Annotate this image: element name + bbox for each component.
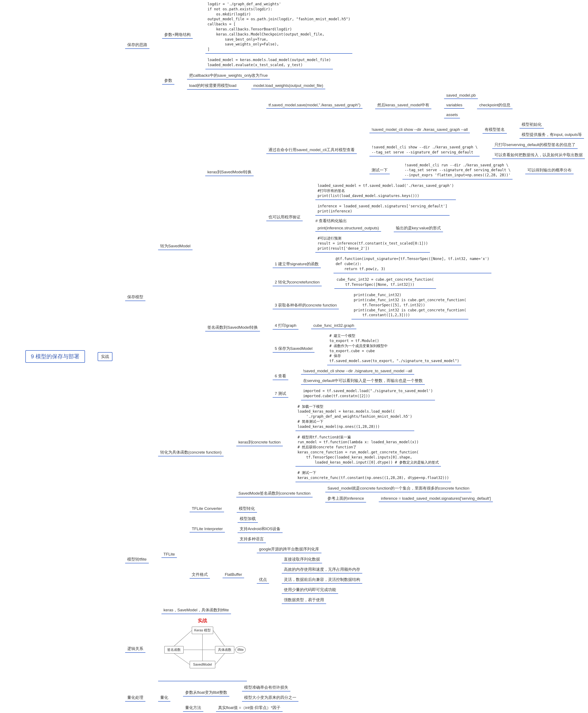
ktc-c2: # 模型用tf.function封装一遍 run_model = tf.func… (295, 434, 451, 467)
adv-2: 灵活，数据前后向兼容，灵活控制数据结构 (282, 576, 362, 584)
s3: 3 获取各种各样的concrete functionprint(cube_fun… (273, 291, 491, 319)
prog-c1: loaded_saved_model = tf.saved_model.load… (315, 182, 456, 200)
tflite-group[interactable]: TFLite TFLite Converter 模型转化 TFLite Inte… (162, 505, 362, 604)
to-concrete-node[interactable]: 转化为具体函数(concrete function) keras到concret… (158, 403, 585, 502)
k2s-prog-node[interactable]: 也可以用程序验证 loaded_saved_model = tf.saved_m… (266, 182, 585, 253)
svg-line-12 (213, 630, 225, 646)
param-struct-load: loaded_model = keras.models.load_model(o… (206, 56, 353, 69)
diagram-title-text: 实战 (198, 618, 207, 623)
svg-text:Keras 模型: Keras 模型 (194, 628, 211, 632)
ktc-c3: # 测试一下 keras_concrete_func(tf.constant(n… (295, 469, 451, 482)
k2s-variables-note: checkpoint的信息 (477, 102, 512, 109)
root-node[interactable]: 9 模型的保存与部署 (25, 350, 85, 363)
cli-sigio: 模型提供服务，有input, outputs等 (520, 131, 584, 139)
k2s-then: 然后keras_saved_model中有 saved_model.pb var… (375, 92, 512, 118)
relation-diagram: 实战 Keras 模型 签名函数 SavedModel 具体函数 (158, 616, 247, 681)
s6: 6 查看 !saved_model_cli show --dir ./signa… (273, 368, 491, 385)
fb-adv: 优点 直接读取序列化数据 高效的内存使用和速度，无序占用额外内存 灵活，数据前后… (257, 556, 362, 604)
cli-showall: !saved_model_cli show --dir ./keras_save… (370, 121, 585, 139)
adv-0: 直接读取序列化数据 (282, 556, 362, 563)
prog-c2: inference = loaded_saved_model.signature… (315, 203, 456, 216)
quant-a-i: 模型准确率会有些许损失 (242, 684, 298, 691)
interp-b: 支持Android和IOS设备 (237, 525, 282, 533)
mindmap-canvas: 9 模型的保存与部署 实战 文件格式 checkpoint和graphdef(t… (0, 0, 588, 713)
s1-code: @tf.function(input_signature=[tf.TensorS… (334, 255, 491, 273)
s5: 5 保存为SavedModel# 建立一个模型 to_export = tf.M… (273, 332, 491, 365)
stc-c: inference = loaded_saved_model.signature… (379, 495, 493, 502)
sig-to-saved-node[interactable]: 签名函数到SavedModel转换 1 建立带signature的函数@tf.f… (205, 255, 585, 400)
tflite-converter: TFLite Converter 模型转化 (190, 505, 362, 512)
k2s-variables: variables checkpoint的信息 (444, 102, 512, 109)
flatbuffer: FlatBuffer google开源的跨平台数据序列化库 优点 直接 (223, 546, 362, 604)
s5-code: # 建立一个模型 to_export = tf.Module() # 函数作为一… (327, 332, 461, 365)
k2s-cli-node[interactable]: 通过在命令行用saved_model_cli工具对模型查看 !saved_mod… (266, 121, 585, 180)
practice-label: 实战 (98, 352, 112, 361)
adv-1: 高效的内存使用和速度，无序占用额外内存 (282, 566, 362, 573)
s1: 1 建立带signature的函数@tf.function(input_sign… (273, 255, 491, 273)
mindmap-root-row: 9 模型的保存与部署 实战 文件格式 checkpoint和graphdef(t… (0, 0, 588, 713)
interp-a: 模型加载 (237, 515, 282, 523)
cli-test: 测试一下 !saved_model_cli run --dir ./keras_… (370, 162, 585, 180)
s3-code: print(cube_func_int32) print(cube_func_i… (352, 291, 468, 319)
tflite-converter-note: 模型转化 (237, 505, 257, 512)
interp-c: 支持多种语言 (237, 536, 282, 543)
practice-node[interactable]: 实战 文件格式 checkpoint和graphdef(tf.1.0) kera… (98, 0, 585, 713)
adv-3: 使用少量的代码即可完成功能 (282, 586, 362, 594)
tflite-last: keras，SaveModel，具体函数到tflite (162, 606, 362, 614)
tflite-format: 文件格式 FlatBuffer google开源的跨平台数据序列化库 (190, 546, 362, 604)
k2s-assets: assets (444, 112, 512, 118)
quant-a-ii: 模型大小变为原来的四分之一 (242, 694, 298, 701)
adv-4: 强数据类型，易于使用 (282, 596, 362, 604)
keras-to-concrete[interactable]: keras到concrete fuction # 加载一下模型 loaded_k… (236, 403, 493, 482)
cli-showall-note: 有模型签名 模型初始化 模型提供服务，有input, outputs等 (483, 121, 584, 139)
stc-a: Saved_model就是concrete function的一个集合，里面有很… (325, 485, 493, 492)
stc-b: 参考上面的inference inference = loaded_saved_… (325, 495, 493, 502)
params-only-b: load的时候需要用模型load model.load_weights(outp… (187, 82, 325, 90)
save-strategy-label: 保存的思路 (125, 41, 149, 49)
s2: 2 转化为concretefunctioncube_func_int32 = c… (273, 276, 491, 289)
params-only-a: 把callbacks中的save_weights_only改为True (187, 72, 325, 80)
logic-node[interactable]: 逻辑关系 实战 Keras 模型 签名函数 (125, 616, 585, 681)
s6b: 在serving_default中可以看到输入是一个整数，而输出也是一个整数 (301, 377, 425, 385)
to-savedmodel-node[interactable]: 转为SavedModel keras到SavedModel转换 tf.saved… (158, 92, 585, 400)
save-model-node[interactable]: 保存模型 转为SavedModel keras到SavedModel转换 (125, 92, 585, 502)
svg-line-11 (174, 630, 192, 646)
s7: 7 测试imported = tf.saved_model.load("./si… (273, 387, 491, 400)
cli-siginit: 模型初始化 (520, 121, 584, 128)
quant-sub[interactable]: 量化 参数从float变为8bit整数 模型准确率会有些许损失 模型大小变为原来… (158, 684, 299, 712)
svg-line-14 (174, 653, 190, 665)
k2s-savecall: tf.saved_model.save(model,"./keras_saved… (266, 92, 585, 118)
cli-showone-note1: 只打印serverving_default的模型签名的信息了 (492, 141, 585, 149)
cli-test-note: 可以得到输出的概率分布 (525, 167, 574, 174)
svg-line-15 (215, 653, 225, 665)
params-only-c: model.load_weights(output_model_file) (251, 82, 326, 89)
prog-c3: # 查看结构化输出 print(inference.structured_out… (315, 218, 456, 232)
fb-note: google开源的跨平台数据序列化库 (257, 546, 362, 553)
param-struct-code: logdir = './graph_def_and_weights' if no… (206, 0, 353, 54)
savedsig-to-concrete[interactable]: SavedMode签名函数到concrete function Saved_mo… (236, 485, 493, 502)
s7-code: imported = tf.saved_model.load("./signat… (301, 387, 435, 400)
prog-c3-note: 输出的是key:value的形式 (394, 225, 443, 232)
cli-test-cmd: !saved_model_cli run --dir ./keras_saved… (402, 162, 574, 180)
quant-node[interactable]: 量化处理 量化 参数从float变为8bit整数 模型准确率会有些许损失 (125, 684, 585, 712)
keras-to-saved-node[interactable]: keras到SavedModel转换 tf.saved_model.save(m… (205, 92, 585, 253)
save-strategy-node[interactable]: 保存的思路 参数+网络结构 logdir = './graph_def_and_… (125, 0, 585, 90)
svg-text:SavedModel: SavedModel (193, 663, 212, 666)
cli-showone: !saved_model_cli show --dir ./keras_save… (370, 141, 585, 159)
param-struct-node[interactable]: 参数+网络结构 logdir = './graph_def_and_weight… (162, 0, 353, 69)
svg-text:tflite: tflite (237, 648, 244, 651)
s4-code: cube_func_int32.graph (311, 322, 356, 329)
s4: 4 打印graphcube_func_int32.graph (273, 322, 491, 330)
params-only-node[interactable]: 参数 把callbacks中的save_weights_only改为True l… (162, 72, 353, 90)
s6a: !saved_model_cli show --dir ./signature_… (301, 368, 425, 375)
quant-a: 参数从float变为8bit整数 模型准确率会有些许损失 模型大小变为原来的四分… (183, 684, 299, 701)
root-label: 9 模型的保存与部署 (25, 350, 85, 363)
ktc-c1: # 加载一下模型 loaded_keras_model = keras.mode… (295, 403, 451, 431)
tflite-interpreter: TFLite Interpreter 模型加载 支持Android和IOS设备 … (190, 515, 362, 543)
tflite-node[interactable]: 模型转tflite TFLite TFLite Converter 模型转化 (125, 505, 585, 614)
prog-c4: #可以进行预测 result = inference(tf.constant(x… (315, 235, 456, 253)
quant-b-i: 真实float值 =（int值-归零点）*因子 (216, 704, 282, 712)
cli-showone-note2: 可以查看如何把数据传入，以及如何从中取出数据 (492, 151, 585, 159)
quant-b: 量化方法 真实float值 =（int值-归零点）*因子 (183, 704, 299, 712)
svg-text:具体函数: 具体函数 (218, 648, 231, 651)
